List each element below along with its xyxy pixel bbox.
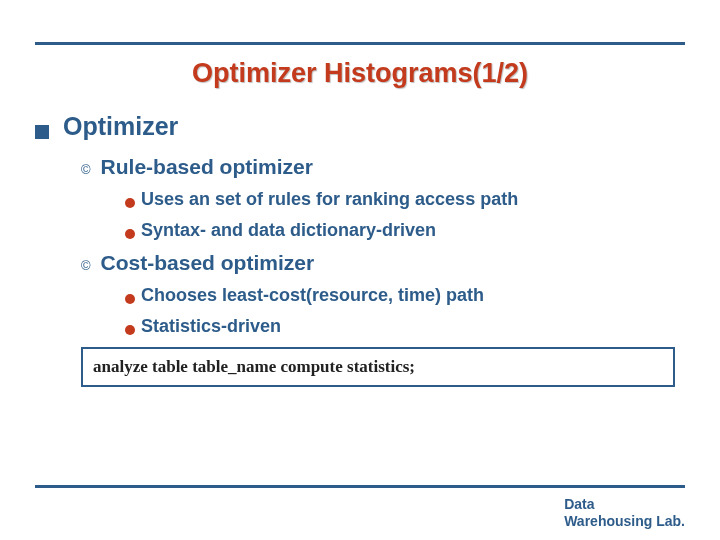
- footer-label: Data Warehousing Lab.: [564, 496, 685, 530]
- square-bullet-icon: [35, 125, 49, 139]
- level1-text: Optimizer: [63, 112, 178, 141]
- level3-text: Statistics-driven: [141, 316, 281, 337]
- copyright-bullet-icon: ©: [81, 258, 91, 273]
- level2-text: Cost-based optimizer: [101, 251, 315, 275]
- level2-text: Rule-based optimizer: [101, 155, 313, 179]
- circle-bullet-icon: [125, 229, 135, 239]
- footer-line-2: Warehousing Lab.: [564, 513, 685, 529]
- circle-bullet-icon: [125, 198, 135, 208]
- copyright-bullet-icon: ©: [81, 162, 91, 177]
- bullet-level1: Optimizer: [35, 112, 685, 141]
- bullet-level3: Uses an set of rules for ranking access …: [125, 189, 685, 210]
- bullet-level3: Statistics-driven: [125, 316, 685, 337]
- bullet-level2: © Cost-based optimizer: [81, 251, 685, 275]
- top-divider: [35, 42, 685, 45]
- level3-text: Uses an set of rules for ranking access …: [141, 189, 518, 210]
- bottom-divider: [35, 485, 685, 488]
- circle-bullet-icon: [125, 325, 135, 335]
- slide-content: Optimizer © Rule-based optimizer Uses an…: [35, 112, 685, 387]
- slide-title: Optimizer Histograms(1/2): [0, 58, 720, 89]
- code-box: analyze table table_name compute statist…: [81, 347, 675, 387]
- circle-bullet-icon: [125, 294, 135, 304]
- footer-line-1: Data: [564, 496, 594, 512]
- bullet-level2: © Rule-based optimizer: [81, 155, 685, 179]
- level3-text: Chooses least-cost(resource, time) path: [141, 285, 484, 306]
- bullet-level3: Chooses least-cost(resource, time) path: [125, 285, 685, 306]
- bullet-level3: Syntax- and data dictionary-driven: [125, 220, 685, 241]
- level3-text: Syntax- and data dictionary-driven: [141, 220, 436, 241]
